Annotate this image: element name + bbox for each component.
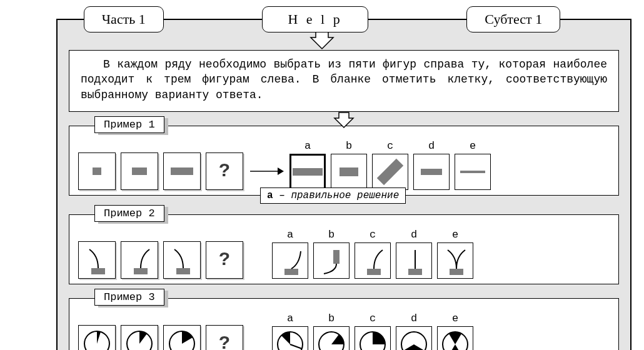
example-3-label: Пример 3 — [94, 289, 164, 306]
option-label: e — [452, 312, 458, 325]
stimulus-cell — [121, 152, 158, 190]
option-label: a — [304, 140, 311, 152]
option-label: c — [370, 312, 376, 325]
option-cell-d[interactable] — [396, 326, 432, 350]
option-cell-c[interactable] — [355, 326, 391, 350]
option-label: b — [328, 229, 335, 241]
svg-rect-7 — [284, 269, 298, 275]
option-label: a — [287, 312, 293, 325]
example-1-row: ? a b c d e — [78, 140, 610, 190]
question-cell: ? — [206, 241, 243, 279]
answer-note: a – правильное решение — [260, 188, 406, 204]
svg-rect-4 — [91, 268, 105, 274]
svg-rect-8 — [333, 250, 340, 264]
tab-part: Часть 1 — [84, 6, 164, 32]
option-cell-e[interactable] — [437, 242, 473, 279]
svg-rect-10 — [408, 269, 422, 275]
stimulus-cell — [163, 241, 201, 279]
stimulus-cell — [121, 325, 158, 350]
option-label: e — [470, 140, 476, 152]
option-label: c — [387, 140, 393, 152]
option-label: b — [328, 312, 335, 325]
example-1: Пример 1 ? a b c d e a – правильное реше… — [69, 126, 619, 196]
option-cell-a[interactable] — [289, 154, 326, 190]
example-2-label: Пример 2 — [94, 205, 164, 222]
svg-marker-0 — [311, 30, 333, 49]
arrow-icon — [248, 152, 284, 190]
option-label: c — [370, 229, 376, 241]
stimulus-cell — [121, 241, 158, 279]
option-label: b — [346, 140, 352, 152]
option-label: e — [452, 229, 458, 241]
option-label: d — [428, 140, 435, 152]
top-tabs: Часть 1 H e l p Субтест 1 — [0, 6, 644, 32]
option-label: d — [411, 312, 417, 325]
stimulus-cell — [163, 325, 201, 350]
instruction-box: В каждом ряду необходимо выбрать из пяти… — [69, 50, 619, 112]
option-cell-e[interactable] — [437, 326, 473, 350]
option-cell-c[interactable] — [372, 154, 408, 190]
option-cell-d[interactable] — [413, 154, 450, 190]
option-cell-b[interactable] — [313, 326, 350, 350]
svg-rect-5 — [134, 268, 148, 274]
question-cell: ? — [206, 325, 243, 350]
option-cell-b[interactable] — [313, 242, 350, 279]
svg-marker-3 — [278, 168, 284, 175]
stimulus-cell — [163, 152, 201, 190]
option-cell-e[interactable] — [455, 154, 491, 190]
example-3: Пример 3 ? a b c d e — [69, 298, 619, 350]
example-3-row: ? a b c d e — [78, 312, 610, 350]
example-2: Пример 2 ? a b c d e — [69, 214, 619, 284]
pointer-icon — [333, 111, 355, 129]
example-2-row: ? a b c d e — [78, 229, 610, 279]
svg-rect-6 — [176, 268, 190, 274]
tab-help: H e l p — [262, 6, 368, 32]
example-1-label: Пример 1 — [94, 116, 164, 133]
tab-subtest: Субтест 1 — [466, 6, 560, 32]
option-cell-d[interactable] — [396, 242, 432, 279]
option-cell-c[interactable] — [355, 242, 391, 279]
question-cell: ? — [206, 152, 243, 190]
option-cell-b[interactable] — [331, 154, 367, 190]
option-label: d — [411, 229, 417, 241]
stimulus-cell — [78, 152, 116, 190]
option-label: a — [287, 229, 293, 241]
content-area: В каждом ряду необходимо выбрать из пяти… — [69, 50, 619, 350]
svg-marker-1 — [335, 112, 353, 128]
option-cell-a[interactable] — [272, 242, 308, 279]
svg-rect-12 — [450, 269, 463, 275]
option-cell-a[interactable] — [272, 326, 308, 350]
stimulus-cell — [78, 241, 116, 279]
stimulus-cell — [78, 325, 116, 350]
svg-rect-9 — [367, 269, 381, 275]
